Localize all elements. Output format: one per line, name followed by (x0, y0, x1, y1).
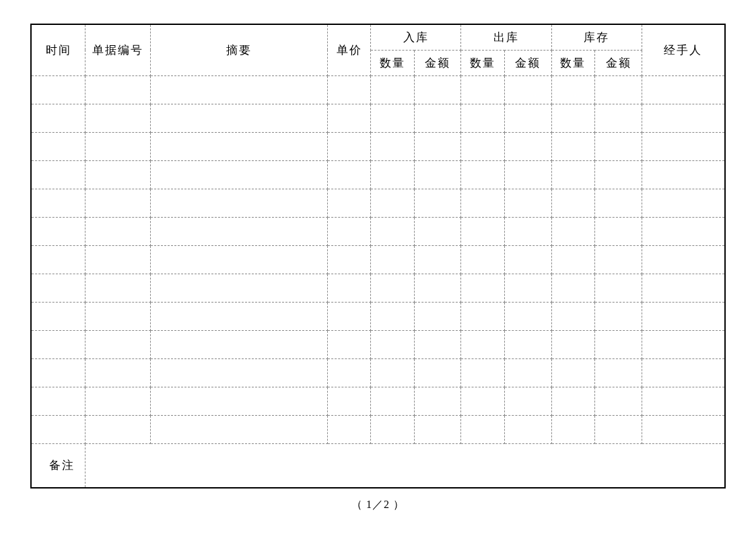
page-number: （ 1／2 ） (30, 498, 726, 512)
table-cell (327, 160, 370, 189)
table-cell (642, 302, 725, 330)
remarks-row: 备注 (31, 443, 725, 488)
table-cell (371, 217, 414, 245)
table-cell (595, 132, 642, 160)
header-summary: 摘要 (150, 24, 327, 75)
table-row (31, 274, 725, 302)
table-cell (414, 75, 461, 104)
table-cell (31, 132, 85, 160)
table-cell (31, 415, 85, 443)
table-cell (595, 415, 642, 443)
table-cell (327, 245, 370, 274)
table-cell (642, 75, 725, 104)
table-cell (504, 245, 551, 274)
header-inbound: 入库 (371, 24, 461, 50)
table-cell (31, 217, 85, 245)
table-cell (414, 415, 461, 443)
table-row (31, 75, 725, 104)
table-cell (551, 302, 594, 330)
table-cell (551, 274, 594, 302)
table-cell (504, 302, 551, 330)
table-row (31, 415, 725, 443)
table-cell (371, 274, 414, 302)
table-row (31, 245, 725, 274)
table-cell (85, 330, 151, 358)
table-cell (85, 274, 151, 302)
table-cell (504, 132, 551, 160)
table-row (31, 302, 725, 330)
header-stock-amount: 金额 (595, 50, 642, 75)
table-cell (150, 245, 327, 274)
ledger-table: 时间 单据编号 摘要 单价 入库 出库 库存 经手人 数量 金额 数量 金额 数… (30, 24, 726, 489)
table-cell (31, 358, 85, 387)
table-cell (414, 358, 461, 387)
table-cell (31, 75, 85, 104)
header-time: 时间 (31, 24, 85, 75)
table-cell (642, 217, 725, 245)
table-cell (327, 415, 370, 443)
table-row (31, 132, 725, 160)
table-cell (150, 160, 327, 189)
table-cell (595, 160, 642, 189)
table-cell (371, 245, 414, 274)
table-cell (327, 104, 370, 132)
table-row (31, 387, 725, 415)
table-row (31, 217, 725, 245)
table-cell (414, 245, 461, 274)
table-cell (371, 132, 414, 160)
table-cell (150, 387, 327, 415)
table-cell (461, 302, 504, 330)
table-cell (150, 132, 327, 160)
table-cell (461, 245, 504, 274)
table-cell (150, 75, 327, 104)
table-cell (595, 217, 642, 245)
table-cell (414, 160, 461, 189)
table-cell (551, 132, 594, 160)
table-cell (551, 358, 594, 387)
table-cell (414, 189, 461, 217)
table-cell (31, 104, 85, 132)
table-cell (371, 75, 414, 104)
table-cell (327, 330, 370, 358)
table-cell (31, 274, 85, 302)
table-cell (414, 387, 461, 415)
table-cell (31, 245, 85, 274)
table-cell (461, 132, 504, 160)
table-cell (371, 189, 414, 217)
table-cell (371, 387, 414, 415)
table-cell (504, 330, 551, 358)
header-unit-price: 单价 (327, 24, 370, 75)
table-cell (327, 189, 370, 217)
table-cell (327, 217, 370, 245)
table-cell (85, 160, 151, 189)
table-cell (461, 274, 504, 302)
table-cell (504, 217, 551, 245)
table-header: 时间 单据编号 摘要 单价 入库 出库 库存 经手人 数量 金额 数量 金额 数… (31, 24, 725, 75)
table-cell (642, 274, 725, 302)
table-cell (461, 160, 504, 189)
table-cell (31, 302, 85, 330)
table-cell (595, 302, 642, 330)
table-cell (551, 415, 594, 443)
table-cell (414, 274, 461, 302)
table-cell (642, 160, 725, 189)
table-cell (642, 132, 725, 160)
table-cell (595, 387, 642, 415)
table-cell (504, 75, 551, 104)
table-cell (327, 274, 370, 302)
table-cell (150, 274, 327, 302)
remarks-label: 备注 (31, 443, 85, 488)
table-cell (595, 189, 642, 217)
table-cell (461, 189, 504, 217)
table-cell (642, 330, 725, 358)
table-cell (461, 75, 504, 104)
table-cell (31, 160, 85, 189)
table-cell (150, 217, 327, 245)
table-cell (150, 104, 327, 132)
table-cell (371, 104, 414, 132)
table-cell (504, 160, 551, 189)
table-cell (150, 415, 327, 443)
table-cell (642, 104, 725, 132)
table-cell (85, 302, 151, 330)
table-row (31, 358, 725, 387)
